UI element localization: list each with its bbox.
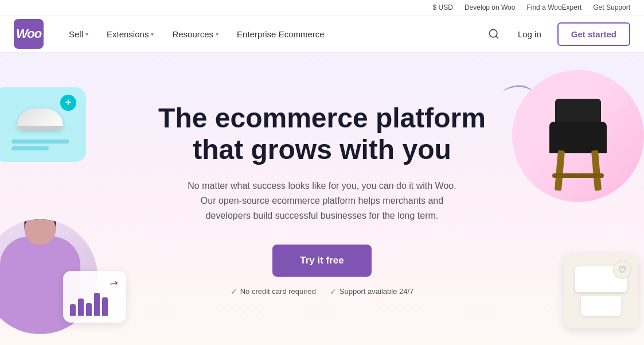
nav-right: Log in Get started <box>486 22 630 46</box>
chair-decoration <box>544 99 612 196</box>
hero-section: + ↗ ⌒ <box>0 53 644 345</box>
sell-label: Sell <box>69 29 83 39</box>
check-icon-1: ✓ <box>231 287 237 296</box>
chair-seat <box>549 122 607 153</box>
card-lines <box>11 139 69 150</box>
nav-item-extensions[interactable]: Extensions ▾ <box>99 25 162 44</box>
hero-title: The ecommerce platform that grows with y… <box>158 102 486 165</box>
hero-subtitle: No matter what success looks like for yo… <box>182 179 463 224</box>
hero-badges: ✓ No credit card required ✓ Support avai… <box>158 287 486 296</box>
chair-leg-left <box>555 150 565 191</box>
top-bar: $ USD Develop on Woo Find a WooExpert Ge… <box>0 0 644 15</box>
extensions-chevron: ▾ <box>151 31 154 37</box>
sell-chevron: ▾ <box>85 31 88 37</box>
chart-bar-4 <box>94 293 100 316</box>
nav-item-resources[interactable]: Resources ▾ <box>164 25 227 44</box>
find-expert-link[interactable]: Find a WooExpert <box>526 3 581 11</box>
chart-bar-2 <box>78 299 84 316</box>
search-button[interactable] <box>486 26 502 42</box>
person-head <box>25 219 56 245</box>
extensions-label: Extensions <box>107 29 149 39</box>
logo-text: Woo <box>16 26 41 41</box>
card-line-2 <box>11 146 49 150</box>
logo-box: Woo <box>14 19 44 49</box>
search-icon <box>488 28 499 40</box>
logo[interactable]: Woo <box>14 19 44 49</box>
nav-item-sell[interactable]: Sell ▾ <box>61 25 96 44</box>
enterprise-label: Enterprise Ecommerce <box>237 29 325 39</box>
support-badge: ✓ Support available 24/7 <box>330 287 413 296</box>
chair-circle <box>512 70 644 202</box>
chair-crossbar <box>552 173 604 178</box>
no-credit-card-label: No credit card required <box>240 287 316 296</box>
main-navigation: Woo Sell ▾ Extensions ▾ Resources ▾ Ente… <box>0 15 644 53</box>
develop-on-woo-link[interactable]: Develop on Woo <box>465 3 516 11</box>
chart-bar-3 <box>86 303 92 316</box>
shoe-card: + <box>0 87 86 162</box>
chart-bars <box>70 287 108 316</box>
card-line-1 <box>11 139 69 144</box>
support-label: Support available 24/7 <box>339 287 413 296</box>
svg-line-1 <box>496 36 498 38</box>
heart-icon: ♡ <box>613 261 631 279</box>
hero-content: The ecommerce platform that grows with y… <box>158 102 486 296</box>
check-icon-2: ✓ <box>330 287 337 296</box>
login-button[interactable]: Log in <box>511 25 548 44</box>
hero-title-line1: The ecommerce platform <box>158 103 486 133</box>
candle-block-small <box>581 296 621 316</box>
nav-items: Sell ▾ Extensions ▾ Resources ▾ Enterpri… <box>61 25 486 44</box>
chair-leg-right <box>591 150 602 191</box>
shoe-decoration <box>17 108 63 130</box>
chart-bar-5 <box>102 297 108 316</box>
candle-card: ♡ <box>564 254 638 328</box>
hero-title-line2: that grows with you <box>193 134 451 165</box>
get-started-button[interactable]: Get started <box>557 22 630 46</box>
try-free-button[interactable]: Try it free <box>272 245 372 277</box>
get-support-link[interactable]: Get Support <box>593 3 630 11</box>
resources-chevron: ▾ <box>216 31 218 37</box>
currency-selector[interactable]: $ USD <box>433 3 453 11</box>
plus-icon: + <box>60 95 76 111</box>
chart-bar-1 <box>70 304 76 316</box>
nav-item-enterprise[interactable]: Enterprise Ecommerce <box>229 25 333 44</box>
chart-widget: ↗ <box>63 271 126 323</box>
no-credit-card-badge: ✓ No credit card required <box>231 287 316 296</box>
resources-label: Resources <box>172 29 213 39</box>
chart-arrow-icon: ↗ <box>107 276 121 291</box>
